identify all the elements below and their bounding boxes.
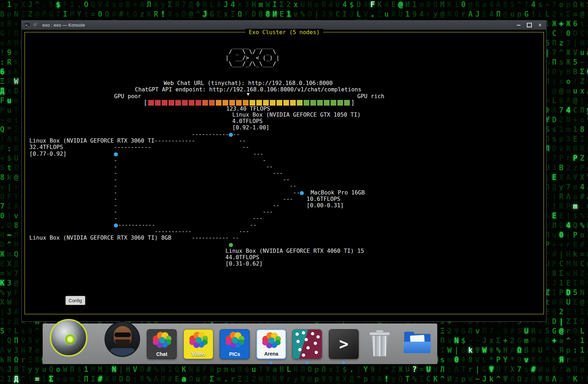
gpu-bar-square <box>202 100 208 106</box>
marker-row: ▼ <box>22 91 475 97</box>
pics-app-label: PICs <box>220 351 249 357</box>
gpu-bar-square <box>148 100 154 106</box>
maximize-button[interactable] <box>526 22 533 28</box>
gpu-bar-square <box>209 100 215 106</box>
cluster-title: Exo Cluster (5 nodes) <box>245 29 324 36</box>
gpu-bar-square <box>155 100 161 106</box>
gpu-bar-square <box>169 100 174 106</box>
gpu-bar-square <box>304 100 309 106</box>
session-tab-icon <box>33 22 39 28</box>
arena-app-icon[interactable]: Arena <box>256 329 286 359</box>
gpu-bar-square <box>317 100 323 106</box>
chat-app-icon[interactable]: Chat <box>147 329 177 359</box>
minimize-button[interactable] <box>515 22 522 28</box>
folder-icon[interactable] <box>402 330 432 357</box>
gpu-bar-square <box>263 100 269 106</box>
cluster-topology: Linux Box (NVIDIA GEFORCE GTX 1050 TI) 4… <box>26 112 365 267</box>
robot-eye-icon <box>65 335 75 344</box>
cluster-position-marker: ▼ <box>247 91 250 97</box>
sunglasses-icon <box>114 332 131 337</box>
dots-app-icon[interactable] <box>292 329 322 359</box>
close-button[interactable]: × <box>536 22 544 28</box>
gpu-bar-square <box>196 100 201 106</box>
gpu-bar-square <box>277 100 282 106</box>
running-indicator <box>306 362 308 364</box>
node-dot: ● <box>229 130 233 138</box>
window-controls: × <box>515 22 544 28</box>
web-chat-url: Web Chat URL (tinychat): http://192.168.… <box>22 80 475 86</box>
gpu-bar-square <box>331 100 336 106</box>
node-dot: ● <box>229 240 233 248</box>
dock: Chat Video PICs Arena > <box>43 324 437 364</box>
konsole-window-icon: >_ <box>24 22 31 28</box>
exo-ascii-logo: _____ _____ / _ \ \/ / _ \ | __/> < (_) … <box>225 43 279 67</box>
brain-icon <box>151 331 172 350</box>
gpu-bar-square <box>270 100 276 106</box>
node-dot: ● <box>114 150 118 158</box>
trash-icon[interactable] <box>365 330 394 358</box>
config-button[interactable]: Config <box>65 296 85 305</box>
gpu-bar-square <box>216 100 221 106</box>
gpu-bar-square <box>344 100 350 106</box>
running-indicator <box>342 362 345 364</box>
window-title: exo : exo — Konsole <box>42 22 513 28</box>
node-dot: ● <box>114 221 118 229</box>
gpu-bar-square <box>223 100 228 106</box>
gpu-bar-square <box>324 100 330 106</box>
gpu-bar-square <box>189 100 194 106</box>
gpu-bar-square <box>290 100 296 106</box>
trash-body <box>371 336 388 356</box>
person-torso <box>109 348 136 357</box>
gpu-bar-square <box>243 100 248 106</box>
terminal-chevron-icon: > <box>339 334 349 353</box>
running-indicator <box>270 362 272 364</box>
robot-avatar[interactable] <box>50 319 87 357</box>
gpu-bar-square <box>182 100 188 106</box>
konsole-window: >_ exo : exo — Konsole × Exo Cluster (5 … <box>21 20 546 322</box>
trash-handle <box>376 330 383 332</box>
gpu-bar-square <box>297 100 303 106</box>
terminal-content[interactable]: Exo Cluster (5 nodes) _____ _____ / _ \ … <box>22 30 546 321</box>
gpu-bar-squares <box>148 100 350 106</box>
person-avatar[interactable] <box>105 321 140 357</box>
gpu-bar-square <box>310 100 316 106</box>
video-app-label: Video <box>184 351 213 357</box>
brain-icon <box>261 332 282 350</box>
chat-app-label: Chat <box>147 351 176 357</box>
video-app-icon[interactable]: Video <box>183 329 213 359</box>
gpu-rich-label: GPU rich <box>357 93 384 100</box>
gpu-bar-square <box>337 100 343 106</box>
gpu-bar-square <box>256 100 262 106</box>
gpu-bar-square <box>162 100 167 106</box>
brain-icon <box>188 331 209 350</box>
arena-app-label: Arena <box>257 351 285 357</box>
gpu-bar-square <box>175 100 181 106</box>
node-dot: ● <box>300 188 304 196</box>
gpu-bar-square <box>250 100 255 106</box>
trash-lid <box>370 332 390 335</box>
folder-front <box>403 342 431 353</box>
gpu-bar-square <box>236 100 242 106</box>
gpu-bar-square <box>283 100 289 106</box>
gpu-bar-square <box>229 100 235 106</box>
person-beard <box>115 340 130 347</box>
pics-app-icon[interactable]: PICs <box>220 329 250 359</box>
brain-icon <box>224 331 245 350</box>
terminal-app-icon[interactable]: > <box>329 329 359 359</box>
